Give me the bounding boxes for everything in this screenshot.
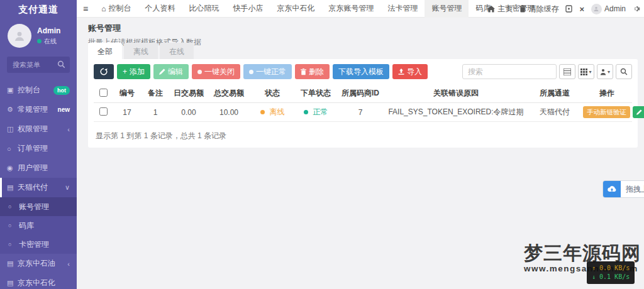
gear-icon[interactable] [633,5,640,13]
toggle-view-button[interactable] [559,64,575,79]
sidebar-item-1[interactable]: ⚙常规管理new [0,100,77,119]
export-button[interactable]: ▾ [597,64,613,79]
user-silhouette-icon [13,30,26,42]
user-meta: Admin 在线 [37,26,60,46]
edit-button[interactable]: 编辑 [153,64,189,79]
advanced-search-button[interactable] [616,64,632,79]
pagination-info: 显示第 1 到第 1 条记录，总共 1 条记录 [94,131,632,141]
netspeed-overlay: ↑ 0.0 KB/s ↓ 0.1 KB/s [587,261,635,284]
delete-button-label: 删除 [309,67,324,77]
nav-tab-0[interactable]: ⌂控制台 [94,0,138,18]
user-status-label: 在线 [44,37,57,46]
column-header-5[interactable]: 下单状态 [295,84,336,103]
column-header-4[interactable]: 状态 [250,84,295,103]
table-search [462,64,557,79]
nav-tab-label: 账号管理 [431,3,462,14]
lock-screen-icon[interactable] [565,5,572,13]
circle-dot-icon [249,70,253,74]
row-edit-button[interactable] [633,106,644,118]
sidebar-item-label: 用户管理 [18,163,70,173]
filter-tabs: 全部离线在线 [88,43,196,61]
nav-tab-3[interactable]: 快手小店 [226,0,270,18]
pencil-icon [159,68,165,75]
sidebar-item-6[interactable]: ▤京东中石油‹ [0,254,77,273]
filter-tab-2[interactable]: 在线 [160,43,194,61]
fullscreen-icon[interactable]: × [579,4,584,14]
table-search-input[interactable] [462,64,557,79]
sidebar-item-label: 订单管理 [18,143,70,154]
clear-cache-link[interactable]: 清除缓存 [519,4,558,14]
hamburger-icon[interactable]: ≡ [77,4,94,14]
sidebar-item-0[interactable]: ▣控制台hot [0,80,77,100]
sidebar-item-label: 常规管理 [18,104,58,115]
sidebar-item-7[interactable]: ▤京东中石化 [0,273,77,289]
column-header-9[interactable]: 操作 [582,84,632,103]
avatar[interactable] [8,24,31,48]
sidebar-item-label: 天猫代付 [18,182,65,193]
user-status: 在线 [37,37,60,46]
add-button-label: 添加 [130,67,145,77]
nav-tab-1[interactable]: 个人资料 [138,0,182,18]
sidebar-item-5[interactable]: ▤天猫代付∨ [0,178,77,197]
sidebar-subitem-2[interactable]: ○卡密管理 [0,235,77,254]
close-all-label: 一键关闭 [204,67,235,77]
search-icon[interactable] [57,60,65,68]
column-header-6[interactable]: 所属码商ID [336,84,384,103]
manual-verify-button[interactable]: 手动新链验证 [583,106,630,118]
column-header-2[interactable]: 日交易额 [169,84,208,103]
sidebar-item-label: 控制台 [18,85,53,95]
user-menu[interactable]: Admin [591,4,626,14]
import-button-label: 导入 [407,67,422,77]
sidebar-subitem-1[interactable]: ○码库 [0,216,77,235]
sidebar-item-2[interactable]: ◫权限管理‹ [0,119,77,139]
dashboard-icon: ⌂ [101,4,106,13]
cloud-upload-icon[interactable] [603,180,621,198]
row-checkbox[interactable] [99,107,108,116]
column-header-1[interactable]: 备注 [142,84,169,103]
user-silhouette-icon [593,6,599,12]
upload-widget[interactable]: 拖拽上传 [602,180,644,198]
columns-button[interactable]: ▾ [578,64,594,79]
nav-tab-4[interactable]: 京东中石化 [270,0,321,18]
page-title: 账号管理 [88,23,201,34]
column-header-0[interactable]: 编号 [113,84,142,103]
select-all-checkbox[interactable] [99,89,108,97]
column-header-3[interactable]: 总交易额 [208,84,250,103]
normal-all-label: 一键正常 [256,67,286,77]
nav-tab-6[interactable]: 法卡管理 [380,0,425,18]
circle-dot-icon [197,70,202,74]
sidebar-subitem-label: 账号管理 [19,202,70,212]
user-icon: ◉ [7,164,18,172]
filter-tab-1[interactable]: 离线 [124,43,158,61]
cell-error-reason: FAIL_SYS_TOKEN_EXOIRED:令牌过期 [384,103,528,122]
filter-tab-0[interactable]: 全部 [88,43,122,61]
online-dot-icon [37,39,42,43]
home-icon [487,6,495,13]
nav-tab-7[interactable]: 账号管理 [425,0,469,18]
delete-button[interactable]: 删除 [295,64,330,79]
sidebar-user-block: Admin 在线 [0,19,77,54]
column-header-8[interactable]: 所属通道 [528,84,582,103]
table-header-row: 编号备注日交易额总交易额状态下单状态所属码商ID关联错误原因所属通道操作 [94,84,632,103]
sidebar-item-4[interactable]: ◉用户管理 [0,158,77,178]
refresh-button[interactable] [94,64,114,79]
nav-tab-5[interactable]: 京东账号管理 [321,0,380,18]
download-template-button[interactable]: 下载导入模板 [333,64,389,79]
new-badge: new [58,106,70,113]
edit-button-label: 编辑 [168,67,183,77]
add-button[interactable]: +添加 [117,64,150,79]
close-all-button[interactable]: 一键关闭 [192,64,240,79]
navbar-avatar [591,4,602,14]
chevron-down-icon: ▾ [589,69,591,75]
download-template-label: 下载导入模板 [338,67,384,77]
import-button[interactable]: 导入 [392,64,428,79]
normal-all-button[interactable]: 一键正常 [243,64,292,79]
offline-dot-icon [260,110,265,114]
table-panel: +添加 编辑 一键关闭 一键正常 删除 下载导入模板 导入 [88,59,638,148]
nav-tab-2[interactable]: 比心陪玩 [182,0,226,18]
column-header-7[interactable]: 关联错误原因 [384,84,528,103]
sidebar-item-3[interactable]: ○订单管理 [0,139,77,158]
sidebar-subitem-0[interactable]: ○账号管理 [0,197,77,216]
cell-channel: 天猫代付 [528,103,582,122]
home-link[interactable]: 主页 [487,4,513,14]
